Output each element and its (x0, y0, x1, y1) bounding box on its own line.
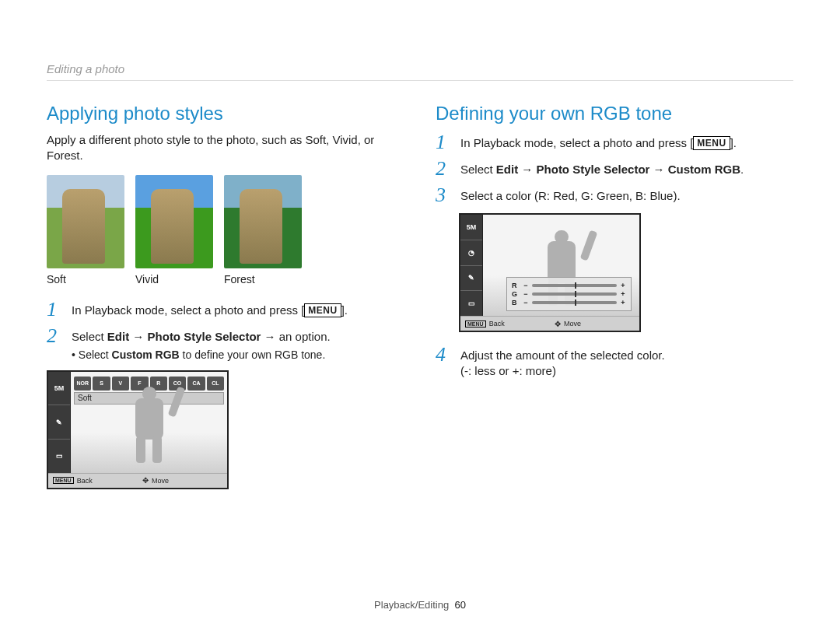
lcd-style-selector: 5M ✎ ▭ NOR S V F R CO CA CL (47, 370, 229, 489)
rgb-row-r: R − + (512, 282, 626, 289)
footer-move-label: Move (564, 320, 581, 328)
step-number: 1 (436, 132, 451, 152)
menu-mini-icon: MENU (465, 321, 486, 328)
step-number: 4 (436, 345, 451, 365)
step-text: Select Edit → Photo Style Selector → an … (72, 326, 331, 363)
thumb-vivid (135, 175, 213, 268)
heading-defining-rgb: Defining your own RGB tone (436, 103, 793, 124)
thumb-soft (47, 175, 124, 268)
step-text: In Playback mode, select a photo and pre… (72, 299, 348, 318)
thumbnail-labels: Soft Vivid Forest (47, 273, 404, 285)
move-icon: ✥ (142, 476, 149, 485)
slider-bar (532, 301, 617, 304)
lcd-rgb-adjust: 5M ◔ ✎ ▭ R − (459, 213, 641, 332)
col-applying-photo-styles: Applying photo styles Apply a different … (47, 103, 404, 489)
crop-icon: ▭ (460, 291, 482, 316)
footer-section: Playback/Editing (374, 599, 449, 611)
style-chip: NOR (74, 377, 91, 391)
edit-icon: ✎ (460, 266, 482, 292)
lcd-side-icons: 5M ◔ ✎ ▭ (460, 215, 483, 316)
thumb-label-forest: Forest (224, 273, 302, 285)
page-footer: Playback/Editing 60 (0, 599, 840, 611)
step-sub-bullet: Select Custom RGB to define your own RGB… (72, 348, 331, 363)
step-number: 2 (436, 159, 451, 179)
breadcrumb: Editing a photo (47, 62, 793, 81)
rgb-slider-panel: R − + G − + (506, 277, 632, 311)
menu-button-icon: MENU (693, 136, 730, 150)
step-number: 2 (47, 326, 62, 346)
rgb-row-b: B − + (512, 299, 626, 306)
style-chip: CA (187, 377, 205, 391)
menu-mini-icon: MENU (53, 477, 74, 484)
footer-move-label: Move (152, 477, 169, 485)
thumbnail-row (47, 175, 404, 268)
step-text: Adjust the amount of the selected color.… (460, 345, 665, 380)
move-icon: ✥ (555, 320, 561, 328)
lcd-side-icons: 5M ✎ ▭ (48, 372, 71, 473)
step-text: Select Edit → Photo Style Selector → Cus… (460, 159, 744, 177)
edit-icon: ✎ (48, 405, 70, 440)
lcd-footer: MENUBack ✥Move (48, 473, 227, 488)
step-text: Select a color (R: Red, G: Green, B: Blu… (460, 185, 681, 204)
crop-icon: ▭ (48, 440, 70, 473)
slider-bar (532, 284, 617, 287)
style-chip: S (93, 377, 110, 391)
footer-back-label: Back (77, 477, 93, 485)
step-text: In Playback mode, select a photo and pre… (460, 132, 737, 151)
thumb-label-soft: Soft (47, 273, 124, 285)
style-chip: CL (207, 377, 224, 391)
col-defining-rgb-tone: Defining your own RGB tone 1 In Playback… (436, 103, 793, 489)
thumb-label-vivid: Vivid (135, 273, 213, 285)
person-silhouette (117, 387, 180, 463)
step-number: 3 (436, 185, 451, 205)
footer-back-label: Back (489, 320, 505, 328)
slider-bar (532, 292, 617, 296)
intro-text: Apply a different photo style to the pho… (47, 132, 404, 164)
lcd-footer: MENUBack ✥Move (460, 316, 639, 331)
menu-button-icon: MENU (304, 303, 341, 317)
heading-applying-photo-styles: Applying photo styles (47, 103, 404, 124)
rgb-row-g: G − + (512, 290, 626, 298)
step-number: 1 (47, 299, 62, 320)
footer-page-number: 60 (454, 599, 465, 611)
resolution-icon: 5M (48, 372, 70, 406)
resolution-icon: 5M (460, 215, 482, 240)
thumb-forest (224, 175, 302, 268)
rotate-icon: ◔ (460, 240, 482, 266)
